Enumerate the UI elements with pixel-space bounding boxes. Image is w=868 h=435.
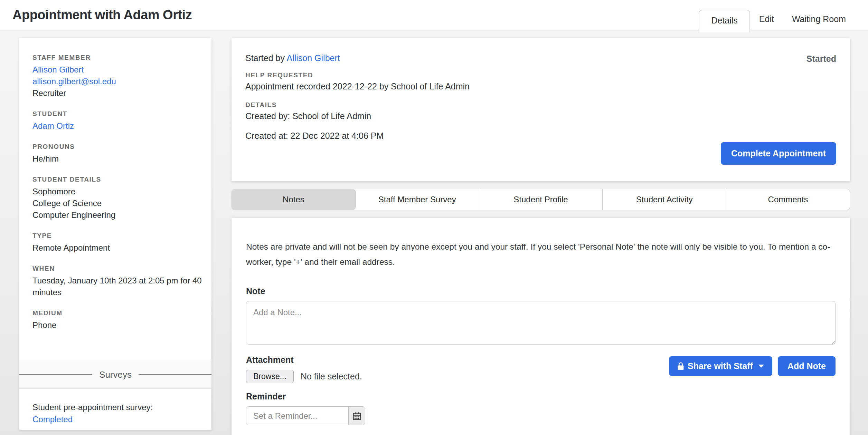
surveys-divider: Surveys bbox=[19, 361, 211, 389]
page-title: Appointment with Adam Ortiz bbox=[12, 8, 192, 22]
reminder-label: Reminder bbox=[246, 392, 365, 402]
sidebar-link[interactable]: Allison Gilbert bbox=[32, 65, 84, 74]
attachment-reminder-block: Attachment Browse... No file selected. R… bbox=[246, 355, 365, 425]
appointment-status-badge: Started bbox=[806, 54, 836, 64]
sidebar-section-label: STAFF MEMBER bbox=[32, 54, 202, 61]
page-header: Appointment with Adam Ortiz DetailsEditW… bbox=[0, 0, 868, 30]
tab-student-activity[interactable]: Student Activity bbox=[603, 189, 726, 210]
calendar-button[interactable] bbox=[348, 407, 365, 425]
divider-line bbox=[139, 374, 211, 375]
note-label: Note bbox=[246, 286, 836, 296]
share-with-staff-label: Share with Staff bbox=[688, 361, 753, 371]
sidebar-section-value: Sophomore bbox=[32, 186, 202, 197]
lock-icon bbox=[677, 362, 684, 370]
sidebar-section-label: MEDIUM bbox=[32, 309, 202, 317]
surveys-heading: Surveys bbox=[99, 369, 132, 380]
file-input-row: Browse... No file selected. bbox=[246, 370, 365, 383]
sidebar-section-value: allison.gilbert@sol.edu bbox=[32, 76, 202, 87]
add-note-button[interactable]: Add Note bbox=[778, 356, 836, 376]
main-layout: STAFF MEMBERAllison Gilbertallison.gilbe… bbox=[0, 30, 868, 435]
sidebar-section-value: Recruiter bbox=[32, 87, 202, 99]
sidebar-section: TYPERemote Appointment bbox=[32, 232, 202, 254]
survey-item-label: Student pre-appointment survey: bbox=[32, 403, 153, 412]
reminder-input-group bbox=[246, 406, 365, 425]
sidebar-section-value: Adam Ortiz bbox=[32, 120, 202, 132]
tab-student-profile[interactable]: Student Profile bbox=[479, 189, 603, 210]
no-file-text: No file selected. bbox=[301, 371, 362, 381]
started-by-link[interactable]: Allison Gilbert bbox=[287, 53, 340, 63]
surveys-list: Student pre-appointment survey:Completed… bbox=[19, 389, 211, 435]
content-tabs: NotesStaff Member SurveyStudent ProfileS… bbox=[232, 189, 850, 210]
sidebar-section: WHENTuesday, January 10th 2023 at 2:05 p… bbox=[32, 265, 202, 298]
sidebar-section: STAFF MEMBERAllison Gilbertallison.gilbe… bbox=[32, 54, 202, 99]
sidebar-section-label: TYPE bbox=[32, 232, 202, 240]
note-form-row: Attachment Browse... No file selected. R… bbox=[246, 355, 836, 425]
survey-status-item: Student pre-appointment survey:Completed bbox=[32, 401, 201, 425]
header-tabs: DetailsEditWaiting Room bbox=[699, 0, 855, 30]
sidebar-section: STUDENT DETAILSSophomoreCollege of Scien… bbox=[32, 176, 202, 221]
header-tab-waiting-room[interactable]: Waiting Room bbox=[783, 8, 855, 30]
sidebar-section-value: Computer Engineering bbox=[32, 209, 202, 221]
tab-comments[interactable]: Comments bbox=[726, 189, 850, 210]
notes-panel: Notes are private and will not be seen b… bbox=[232, 218, 850, 435]
sidebar-section-value: Remote Appointment bbox=[32, 242, 202, 254]
complete-appointment-button[interactable]: Complete Appointment bbox=[721, 142, 836, 165]
browse-button[interactable]: Browse... bbox=[246, 370, 294, 383]
sidebar-link[interactable]: Adam Ortiz bbox=[32, 121, 74, 130]
sidebar-section-value: Tuesday, January 10th 2023 at 2:05 pm fo… bbox=[32, 275, 202, 298]
chevron-down-icon bbox=[758, 365, 764, 368]
help-requested-label: HELP REQUESTED bbox=[245, 71, 836, 79]
sidebar-section: PRONOUNSHe/him bbox=[32, 143, 202, 165]
sidebar-section: STUDENTAdam Ortiz bbox=[32, 110, 202, 132]
created-at-value: Created at: 22 Dec 2022 at 4:06 PM bbox=[245, 131, 836, 141]
details-label: DETAILS bbox=[245, 101, 836, 109]
header-tab-details[interactable]: Details bbox=[699, 10, 750, 32]
note-input[interactable] bbox=[246, 301, 836, 345]
share-with-staff-button[interactable]: Share with Staff bbox=[669, 356, 772, 376]
sidebar-link[interactable]: allison.gilbert@sol.edu bbox=[32, 77, 116, 86]
appointment-overview-card: Started by Allison Gilbert Started HELP … bbox=[232, 38, 850, 181]
content-column: Started by Allison Gilbert Started HELP … bbox=[232, 38, 850, 435]
sidebar-section-label: WHEN bbox=[32, 265, 202, 272]
sidebar-section-label: STUDENT bbox=[32, 110, 202, 118]
sidebar-section-value: College of Science bbox=[32, 197, 202, 209]
note-action-buttons: Share with Staff Add Note bbox=[669, 356, 836, 376]
tab-notes[interactable]: Notes bbox=[232, 189, 356, 210]
sidebar-section-value: He/him bbox=[32, 153, 202, 165]
sidebar-sections: STAFF MEMBERAllison Gilbertallison.gilbe… bbox=[19, 38, 211, 347]
reminder-input[interactable] bbox=[246, 407, 348, 425]
help-requested-value: Appointment recorded 2022-12-22 by Schoo… bbox=[245, 81, 836, 91]
started-by-prefix: Started by bbox=[245, 53, 285, 63]
tab-staff-member-survey[interactable]: Staff Member Survey bbox=[356, 189, 479, 210]
sidebar-section: MEDIUMPhone bbox=[32, 309, 202, 331]
divider-line bbox=[19, 374, 92, 375]
survey-status-completed[interactable]: Completed bbox=[32, 415, 73, 424]
sidebar-section-label: STUDENT DETAILS bbox=[32, 176, 202, 183]
attachment-label: Attachment bbox=[246, 355, 365, 365]
sidebar-section-label: PRONOUNS bbox=[32, 143, 202, 151]
appointment-sidebar: STAFF MEMBERAllison Gilbertallison.gilbe… bbox=[19, 38, 211, 430]
notes-privacy-text: Notes are private and will not be seen b… bbox=[246, 239, 836, 270]
started-by-line: Started by Allison Gilbert bbox=[245, 53, 836, 63]
sidebar-section-value: Allison Gilbert bbox=[32, 64, 202, 76]
created-by-value: Created by: School of Life Admin bbox=[245, 111, 836, 121]
calendar-icon bbox=[352, 411, 362, 421]
header-tab-edit[interactable]: Edit bbox=[750, 8, 783, 30]
sidebar-section-value: Phone bbox=[32, 319, 202, 331]
